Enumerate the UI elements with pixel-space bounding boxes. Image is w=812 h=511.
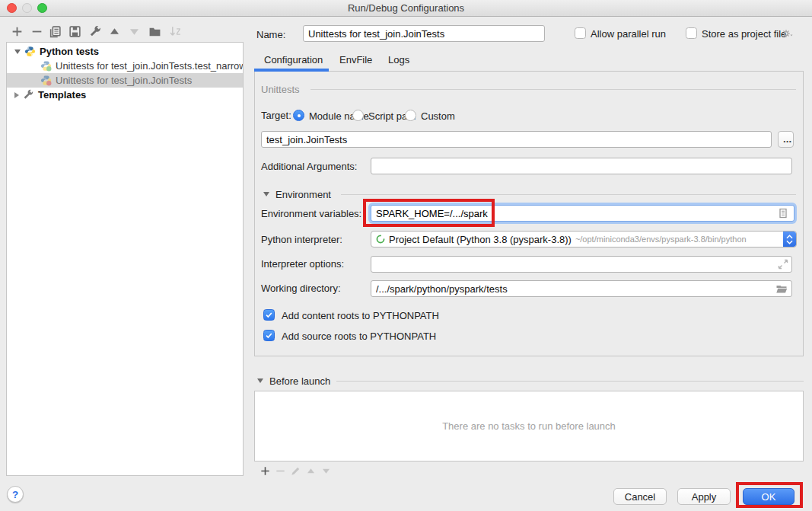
add-content-roots-label: Add content roots to PYTHONPATH xyxy=(282,310,439,321)
store-as-project-file-label: Store as project file xyxy=(702,28,786,40)
add-source-roots-label: Add source roots to PYTHONPATH xyxy=(282,331,436,342)
new-folder-icon[interactable] xyxy=(148,25,161,38)
tree-item-unittests-test-narrow[interactable]: Unittests for test_join.JoinTests.test_n… xyxy=(7,59,243,73)
close-window-button[interactable] xyxy=(7,3,17,13)
section-divider xyxy=(341,194,796,195)
working-directory-input[interactable] xyxy=(371,280,792,297)
expand-arrow-icon[interactable] xyxy=(14,92,19,98)
remove-task-icon[interactable] xyxy=(275,465,286,477)
help-button[interactable]: ? xyxy=(7,486,24,503)
add-configuration-icon[interactable] xyxy=(11,25,24,38)
environment-section-label: Environment xyxy=(275,189,331,200)
sort-alphabetically-icon[interactable] xyxy=(169,25,182,38)
target-custom-radio[interactable] xyxy=(405,110,416,121)
python-test-icon xyxy=(40,60,52,72)
interpreter-options-label: Interpreter options: xyxy=(261,258,344,270)
add-task-icon[interactable] xyxy=(260,465,271,477)
move-task-down-icon[interactable] xyxy=(320,465,332,477)
before-launch-section-label: Before launch xyxy=(269,375,330,387)
environment-variables-label: Environment variables: xyxy=(261,208,361,219)
additional-arguments-label: Additional Arguments: xyxy=(261,161,357,172)
python-interpreter-select[interactable]: Project Default (Python 3.8 (pyspark-3.8… xyxy=(371,231,797,248)
tree-item-templates[interactable]: Templates xyxy=(7,88,243,102)
zoom-window-button[interactable] xyxy=(37,3,47,13)
target-module-name-radio[interactable] xyxy=(293,110,304,121)
name-input[interactable] xyxy=(303,25,545,42)
additional-arguments-input[interactable] xyxy=(371,158,792,174)
allow-parallel-run-label: Allow parallel run xyxy=(591,28,666,40)
move-up-icon[interactable] xyxy=(108,25,121,38)
python-tests-icon xyxy=(24,46,36,57)
module-name-input[interactable] xyxy=(261,131,772,148)
move-task-up-icon[interactable] xyxy=(305,465,317,477)
move-down-icon[interactable] xyxy=(128,25,141,38)
run-debug-configurations-dialog: Run/Debug Configurations Python tests xyxy=(0,0,812,511)
interpreter-options-input[interactable] xyxy=(371,256,792,273)
section-divider xyxy=(310,89,796,90)
tab-envfile[interactable]: EnvFile xyxy=(339,54,372,65)
env-variables-list-icon[interactable] xyxy=(777,207,789,219)
minimize-window-button[interactable] xyxy=(22,3,32,13)
interpreter-env-icon xyxy=(375,234,386,244)
copy-configuration-icon[interactable] xyxy=(49,25,62,38)
collapse-arrow-icon[interactable] xyxy=(14,50,21,54)
tree-item-label: Python tests xyxy=(40,46,99,57)
title-bar: Run/Debug Configurations xyxy=(0,0,812,17)
cancel-button[interactable]: Cancel xyxy=(613,488,667,505)
active-tab-indicator xyxy=(254,69,329,72)
tab-logs[interactable]: Logs xyxy=(388,54,409,65)
environment-variables-input[interactable] xyxy=(371,205,794,222)
apply-button[interactable]: Apply xyxy=(677,488,731,505)
target-custom-label: Custom xyxy=(421,110,455,122)
browse-folder-icon[interactable] xyxy=(775,283,788,295)
remove-configuration-icon[interactable] xyxy=(30,25,43,38)
browse-module-button[interactable]: ... xyxy=(778,131,794,148)
window-title: Run/Debug Configurations xyxy=(0,0,812,16)
combo-stepper-icon[interactable] xyxy=(783,232,796,247)
tree-item-unittests-jointests-selected[interactable]: Unittests for test_join.JoinTests xyxy=(7,73,243,88)
tree-item-label: Unittests for test_join.JoinTests.test_n… xyxy=(56,60,243,72)
working-directory-label: Working directory: xyxy=(261,283,341,294)
section-divider xyxy=(336,381,804,382)
python-interpreter-label: Python interpreter: xyxy=(261,234,342,245)
name-label: Name: xyxy=(256,29,285,40)
tree-item-label: Templates xyxy=(38,89,86,101)
ok-button[interactable]: OK xyxy=(743,488,794,505)
edit-task-pencil-icon[interactable] xyxy=(290,465,301,477)
store-settings-gear-icon[interactable] xyxy=(781,27,793,40)
interpreter-path: ~/opt/miniconda3/envs/pyspark-3.8/bin/py… xyxy=(575,235,780,244)
configuration-tree: Python tests Unittests for test_join.Joi… xyxy=(6,42,244,476)
store-as-project-file-checkbox[interactable] xyxy=(686,27,697,39)
edit-templates-wrench-icon[interactable] xyxy=(89,25,102,38)
python-test-icon xyxy=(40,75,52,86)
tree-item-python-tests[interactable]: Python tests xyxy=(7,44,243,59)
unittests-section-label: Unittests xyxy=(261,84,300,95)
before-launch-task-list: There are no tasks to run before launch xyxy=(254,391,804,461)
expand-field-icon[interactable] xyxy=(777,258,789,270)
no-tasks-message: There are no tasks to run before launch xyxy=(442,420,616,432)
add-source-roots-checkbox[interactable] xyxy=(263,330,275,341)
allow-parallel-run-checkbox[interactable] xyxy=(575,27,586,39)
environment-collapse-icon[interactable] xyxy=(263,192,269,196)
before-launch-collapse-icon[interactable] xyxy=(257,378,263,383)
target-script-path-radio[interactable] xyxy=(352,110,364,121)
add-content-roots-checkbox[interactable] xyxy=(263,309,275,321)
interpreter-value: Project Default (Python 3.8 (pyspark-3.8… xyxy=(389,234,572,245)
target-label: Target: xyxy=(261,110,291,121)
tree-item-label: Unittests for test_join.JoinTests xyxy=(56,75,192,86)
save-configuration-icon[interactable] xyxy=(68,25,81,38)
templates-wrench-icon xyxy=(23,89,34,101)
tab-configuration[interactable]: Configuration xyxy=(264,54,323,65)
